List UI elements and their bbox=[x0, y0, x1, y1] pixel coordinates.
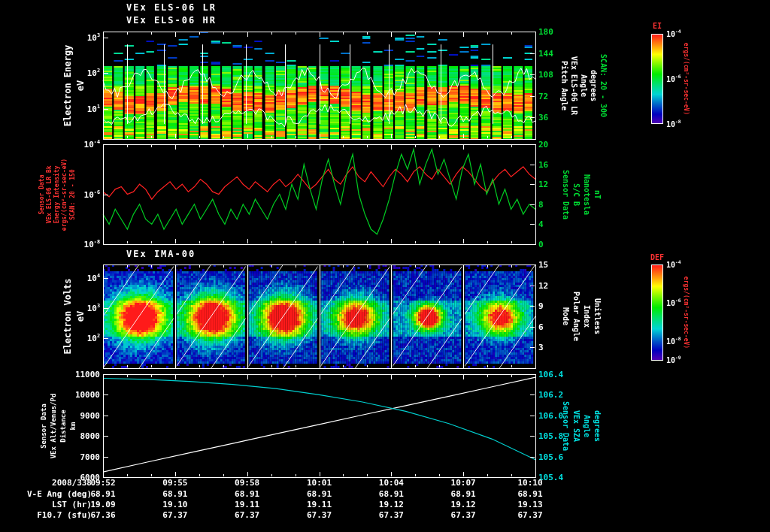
table-value: 19.12 bbox=[451, 500, 476, 508]
els-right-tick: 180 bbox=[538, 28, 553, 36]
traj-right-tick: 105.6 bbox=[538, 452, 563, 461]
time-label: 10:10 bbox=[517, 479, 542, 487]
sensor-y-axis-label: ergs/(cm²-sr-sec-eV) bbox=[62, 158, 68, 230]
table-value: 19.11 bbox=[307, 500, 332, 508]
els-left-tick: 102 bbox=[87, 68, 100, 77]
polar-angle-axis-label: Polar Angle bbox=[572, 292, 580, 341]
els-right-tick: 108 bbox=[538, 71, 553, 79]
b-field-axis-label: Sensor Data bbox=[562, 169, 569, 219]
sensor-y-axis-label: SCAN: 20 - 150 bbox=[70, 169, 76, 219]
ima-left-tick: 104 bbox=[87, 274, 100, 283]
sb-left-tick: 10-4 bbox=[84, 140, 100, 149]
traj-right-tick: 105.8 bbox=[538, 432, 563, 440]
traj-right-tick: 106.2 bbox=[538, 391, 563, 399]
colorbar2-tick: 10-6 bbox=[666, 298, 681, 307]
colorbar2-tick: 10-4 bbox=[666, 260, 681, 268]
sensor-y-axis-label: Sensor Data bbox=[39, 174, 45, 214]
sb-right-tick: 8 bbox=[538, 200, 544, 208]
b-field-axis-label: nT bbox=[593, 189, 601, 198]
traj-left-tick: 10000 bbox=[75, 391, 100, 399]
sb-right-tick: 4 bbox=[538, 220, 544, 228]
traj-y-axis-label: Distance bbox=[60, 410, 67, 442]
ima-y-axis-label: eV bbox=[76, 311, 85, 322]
table-value: 19.10 bbox=[162, 500, 187, 508]
traj-left-tick: 11000 bbox=[75, 370, 100, 379]
time-label: 09:58 bbox=[235, 479, 259, 487]
ima-left-tick: 103 bbox=[87, 304, 100, 313]
els-right-tick: 72 bbox=[538, 92, 548, 100]
table-value: 67.37 bbox=[162, 510, 187, 518]
table-value: 68.91 bbox=[517, 489, 542, 497]
b-field-axis-label: S/C B bbox=[572, 183, 580, 205]
els-right-tick: 144 bbox=[538, 49, 553, 57]
ima-left-tick: 102 bbox=[87, 334, 100, 343]
vex-quicklook-plot: VEx ELS-06 LR VEx ELS-06 HR VEx IMA-00 E… bbox=[0, 0, 770, 532]
ima-title: VEx IMA-00 bbox=[126, 249, 196, 258]
sza-axis-label: Sensor Data bbox=[562, 401, 569, 450]
pitch-angle-axis-label: VEx ELS-06 LR bbox=[570, 56, 578, 114]
table-value: 67.37 bbox=[235, 510, 259, 518]
sb-left-tick: 10-8 bbox=[84, 240, 100, 249]
colorbar1-tick: 10-4 bbox=[666, 29, 681, 38]
table-value: 19.13 bbox=[517, 500, 542, 508]
table-value: 68.91 bbox=[162, 489, 187, 497]
row-label: LST (hr) bbox=[52, 500, 92, 508]
table-value: 68.91 bbox=[235, 489, 259, 497]
sza-axis-label: degrees bbox=[593, 410, 601, 441]
colorbar1-tick: 10-8 bbox=[666, 119, 681, 128]
table-value: 68.91 bbox=[90, 489, 115, 497]
b-field-axis-label: Nanotesla bbox=[583, 174, 590, 214]
els-left-tick: 103 bbox=[87, 33, 100, 42]
table-value: 19.09 bbox=[90, 500, 115, 508]
pitch-angle-axis-label: Angle bbox=[580, 74, 587, 96]
time-label: 09:52 bbox=[90, 479, 115, 487]
table-value: 67.37 bbox=[379, 510, 404, 518]
colorbar2-label: DEF bbox=[650, 254, 664, 261]
sza-axis-label: VEx SZA bbox=[572, 410, 580, 441]
els-right-tick: 36 bbox=[538, 113, 548, 122]
time-label: 10:07 bbox=[451, 479, 476, 487]
table-value: 19.11 bbox=[235, 500, 259, 508]
els-hr-title: VEx ELS-06 HR bbox=[126, 16, 217, 25]
els-left-tick: 101 bbox=[87, 104, 100, 113]
ima-right-tick: 3 bbox=[538, 343, 544, 352]
time-label: 10:01 bbox=[307, 479, 332, 487]
sensor-y-axis-label: VEx ELS-06 LR Bk bbox=[47, 165, 53, 223]
sb-left-tick: 10-6 bbox=[84, 190, 100, 199]
polar-angle-axis-label: Unitless bbox=[593, 298, 601, 334]
row-label: V-E Ang (deg) bbox=[27, 489, 92, 497]
table-value: 68.91 bbox=[379, 489, 404, 497]
plot-canvas bbox=[0, 0, 770, 532]
table-value: 67.36 bbox=[90, 510, 115, 518]
traj-right-tick: 106.4 bbox=[538, 370, 563, 379]
traj-left-tick: 8000 bbox=[80, 432, 101, 440]
sb-right-tick: 20 bbox=[538, 141, 548, 149]
time-label: 09:55 bbox=[162, 479, 187, 487]
sza-axis-label: Angle bbox=[583, 414, 590, 437]
els-lr-title: VEx ELS-06 LR bbox=[126, 3, 217, 12]
table-value: 68.91 bbox=[307, 489, 332, 497]
traj-y-axis-label: VEx Alt/Venus/Pd bbox=[50, 393, 57, 458]
els-y-axis-label: eV bbox=[76, 80, 85, 90]
sb-right-tick: 0 bbox=[538, 240, 544, 249]
colorbar1-units: ergs/(cm²-sr-sec-eV) bbox=[683, 43, 689, 115]
polar-angle-axis-label: Mode bbox=[562, 307, 569, 325]
pitch-angle-axis-label: Pitch Angle bbox=[560, 60, 568, 110]
time-label: 10:04 bbox=[379, 479, 404, 487]
polar-angle-axis-label: Index bbox=[583, 305, 590, 328]
ima-y-axis-label: Electron Volts bbox=[63, 278, 72, 354]
colorbar2-tick: 10-9 bbox=[666, 355, 681, 364]
pitch-angle-axis-label: SCAN: 20 - 300 bbox=[599, 53, 607, 116]
els-y-axis-label: Electron Energy bbox=[63, 44, 72, 125]
colorbar2-tick: 10-8 bbox=[666, 337, 681, 345]
sb-right-tick: 12 bbox=[538, 180, 548, 189]
table-value: 19.12 bbox=[379, 500, 404, 508]
row-label: F10.7 (sfu) bbox=[37, 510, 92, 518]
colorbar2-units: ergs/(cm²-sr-sec-eV) bbox=[683, 277, 689, 349]
table-value: 67.37 bbox=[517, 510, 542, 518]
table-value: 67.37 bbox=[451, 510, 476, 518]
table-value: 68.91 bbox=[451, 489, 476, 497]
ima-right-tick: 15 bbox=[538, 261, 548, 269]
traj-left-tick: 7000 bbox=[80, 452, 101, 461]
colorbar1-tick: 10-6 bbox=[666, 74, 681, 83]
